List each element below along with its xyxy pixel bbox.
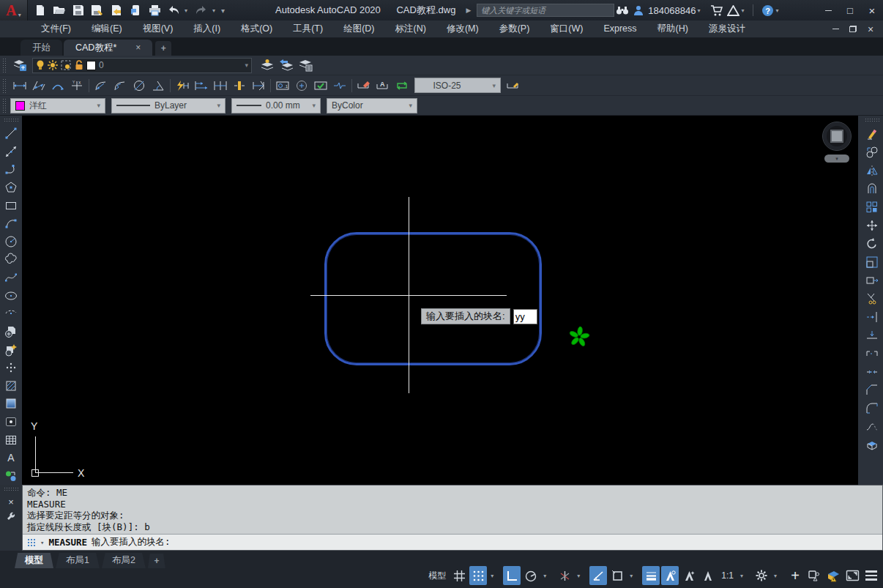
autodesk-a360-icon[interactable] bbox=[725, 2, 741, 18]
ellipse-tool-button[interactable] bbox=[1, 286, 21, 305]
snap-mode-toggle[interactable] bbox=[469, 566, 487, 585]
help-icon[interactable]: ? bbox=[759, 2, 775, 18]
break-at-point-tool-button[interactable] bbox=[862, 326, 882, 344]
command-panel-grip[interactable] bbox=[4, 487, 18, 492]
app-store-cart-icon[interactable] bbox=[709, 2, 725, 18]
insert-block-tool-button[interactable] bbox=[1, 323, 21, 341]
menu-edit[interactable]: 编辑(E) bbox=[81, 21, 133, 37]
command-input-line[interactable]: ▾ MEASURE 输入要插入的块名: bbox=[23, 534, 882, 550]
tab-layout1[interactable]: 布局1 bbox=[56, 553, 100, 568]
isometric-dropdown-icon[interactable]: ▾ bbox=[575, 573, 582, 579]
flower-block-entity[interactable] bbox=[568, 326, 590, 348]
navbar-expand-button[interactable]: ▾ bbox=[824, 155, 849, 163]
toolbar-grip[interactable] bbox=[2, 78, 7, 93]
search-binoculars-icon[interactable] bbox=[614, 2, 630, 18]
save-button[interactable] bbox=[70, 2, 86, 18]
dim-spacing-button[interactable] bbox=[230, 77, 249, 94]
ellipse-arc-tool-button[interactable] bbox=[1, 305, 21, 323]
viewcube-icon[interactable] bbox=[830, 130, 843, 143]
array-tool-button[interactable] bbox=[862, 198, 882, 216]
chamfer-tool-button[interactable] bbox=[862, 381, 882, 399]
qat-customize-button[interactable]: ▾ bbox=[221, 7, 227, 15]
redo-dropdown[interactable]: ▾ bbox=[212, 7, 218, 14]
doc-restore-button[interactable] bbox=[845, 23, 861, 36]
table-tool-button[interactable] bbox=[1, 431, 21, 449]
fullscreen-button[interactable] bbox=[843, 566, 861, 585]
make-object-layer-current-button[interactable] bbox=[258, 56, 277, 74]
move-tool-button[interactable] bbox=[862, 216, 882, 234]
scale-tool-button[interactable] bbox=[862, 253, 882, 271]
dim-inspect-button[interactable] bbox=[311, 77, 330, 94]
drawing-canvas[interactable]: 输入要插入的块名: ▾ bbox=[22, 116, 858, 485]
ortho-mode-toggle[interactable] bbox=[503, 566, 521, 585]
annotation-scale-value[interactable]: 1:1 bbox=[718, 566, 737, 585]
copy-tool-button[interactable] bbox=[862, 143, 882, 161]
tab-start[interactable]: 开始 bbox=[21, 40, 62, 56]
toolbar-grip[interactable] bbox=[4, 118, 18, 123]
mirror-tool-button[interactable] bbox=[862, 161, 882, 179]
dim-ordinate-button[interactable]: XY bbox=[67, 77, 86, 94]
help-search-input[interactable] bbox=[477, 4, 614, 17]
layer-combo-chevron-icon[interactable]: ▾ bbox=[245, 62, 248, 69]
toolbar-grip[interactable] bbox=[2, 98, 7, 113]
navigation-ring[interactable] bbox=[822, 122, 852, 151]
save-as-button[interactable] bbox=[89, 2, 105, 18]
tab-close-icon[interactable]: × bbox=[135, 42, 141, 53]
graphics-performance-button[interactable] bbox=[824, 566, 842, 585]
dim-break-button[interactable] bbox=[249, 77, 268, 94]
lineweight-chevron-icon[interactable]: ▾ bbox=[312, 102, 316, 109]
menu-parametric[interactable]: 参数(P) bbox=[489, 21, 540, 37]
join-tool-button[interactable] bbox=[862, 362, 882, 381]
open-file-button[interactable] bbox=[51, 2, 67, 18]
create-block-tool-button[interactable] bbox=[1, 340, 21, 359]
mobile-download-button[interactable] bbox=[127, 2, 144, 18]
dim-quick-button[interactable] bbox=[173, 77, 192, 94]
dim-center-mark-button[interactable] bbox=[292, 77, 311, 94]
navigation-wheel[interactable]: ▾ bbox=[822, 122, 852, 163]
dim-radius-button[interactable] bbox=[92, 77, 111, 94]
polygon-tool-button[interactable] bbox=[1, 179, 21, 197]
plot-style-chevron-icon[interactable]: ▾ bbox=[409, 102, 412, 109]
dim-diameter-button[interactable] bbox=[130, 77, 149, 94]
annotation-visibility-toggle[interactable] bbox=[661, 566, 679, 585]
rounded-rectangle-entity[interactable] bbox=[324, 232, 542, 365]
dim-arc-length-button[interactable] bbox=[48, 77, 67, 94]
plot-button[interactable] bbox=[146, 2, 163, 18]
extend-tool-button[interactable] bbox=[862, 308, 882, 326]
a360-dropdown[interactable]: ▾ bbox=[741, 7, 747, 14]
plot-style-combo[interactable]: ByColor ▾ bbox=[327, 98, 417, 113]
blend-curves-tool-button[interactable] bbox=[862, 417, 882, 436]
hatch-tool-button[interactable] bbox=[1, 376, 21, 395]
doc-close-button[interactable]: × bbox=[862, 23, 879, 36]
trim-tool-button[interactable] bbox=[862, 289, 882, 308]
arc-tool-button[interactable] bbox=[1, 215, 21, 233]
color-combo[interactable]: 洋红 ▾ bbox=[10, 98, 105, 113]
undo-button[interactable] bbox=[165, 2, 182, 18]
menu-file[interactable]: 文件(F) bbox=[31, 21, 81, 37]
menu-dimension[interactable]: 标注(N) bbox=[385, 21, 436, 37]
menu-tools[interactable]: 工具(T) bbox=[283, 21, 333, 37]
toolbar-grip[interactable] bbox=[2, 58, 7, 72]
redo-button[interactable] bbox=[193, 2, 209, 18]
new-tab-button[interactable]: + bbox=[155, 41, 171, 56]
new-file-button[interactable] bbox=[32, 2, 48, 18]
region-tool-button[interactable] bbox=[1, 413, 21, 431]
layer-select-combo[interactable]: 0 ▾ bbox=[32, 58, 252, 73]
isometric-drafting-toggle[interactable] bbox=[556, 566, 573, 585]
grid-display-toggle[interactable] bbox=[450, 566, 468, 585]
dim-angular-button[interactable] bbox=[149, 77, 168, 94]
menu-help[interactable]: 帮助(H) bbox=[647, 21, 698, 37]
dim-update-button[interactable] bbox=[392, 77, 411, 94]
toolbar-grip[interactable] bbox=[865, 118, 879, 123]
app-menu-button[interactable]: A ▾ bbox=[0, 0, 28, 21]
dim-override-button[interactable] bbox=[504, 77, 523, 94]
color-combo-chevron-icon[interactable]: ▾ bbox=[97, 102, 100, 109]
snap-dropdown-icon[interactable]: ▾ bbox=[488, 573, 496, 579]
polar-tracking-toggle[interactable] bbox=[522, 566, 540, 585]
menu-window[interactable]: 窗口(W) bbox=[540, 21, 593, 37]
polar-dropdown-icon[interactable]: ▾ bbox=[541, 573, 548, 579]
menu-view[interactable]: 视图(V) bbox=[133, 21, 184, 37]
layer-states-manager-button[interactable] bbox=[296, 56, 315, 74]
command-history[interactable]: 命令: ME MEASURE 选择要定距等分的对象: 指定线段长度或 [块(B)… bbox=[23, 485, 882, 534]
tab-model[interactable]: 模型 bbox=[15, 553, 53, 568]
